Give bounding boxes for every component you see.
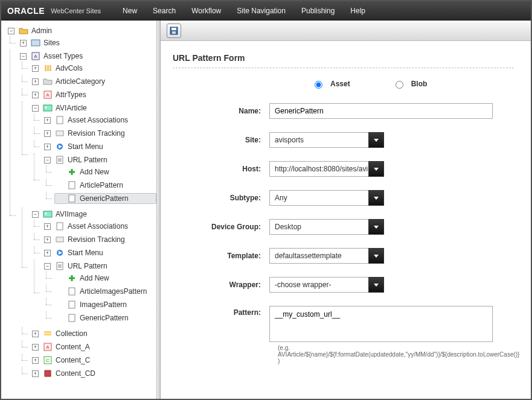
- expand-icon[interactable]: +: [32, 92, 39, 98]
- tree-content-cd[interactable]: +Content_CD: [30, 368, 156, 379]
- asset-types-icon: A: [31, 51, 40, 61]
- collection-icon: [43, 329, 53, 338]
- expand-icon[interactable]: +: [32, 357, 39, 364]
- tracking-icon: [55, 129, 65, 138]
- expand-icon[interactable]: +: [32, 344, 39, 351]
- tree-url-pattern[interactable]: −URL Pattern: [42, 154, 156, 165]
- tree-generic-pattern-selected[interactable]: GenericPattern: [54, 193, 156, 204]
- expand-icon[interactable]: +: [32, 331, 39, 337]
- radio-blob[interactable]: Blob: [393, 79, 428, 89]
- tree-sites[interactable]: + Sites: [18, 37, 156, 48]
- menu-publishing[interactable]: Publishing: [301, 7, 335, 15]
- tree-revision-tracking-2[interactable]: +Revision Tracking: [42, 234, 156, 245]
- template-select-button[interactable]: [368, 248, 384, 264]
- svg-text:C: C: [46, 358, 50, 363]
- expand-icon[interactable]: +: [44, 223, 51, 230]
- collapse-icon[interactable]: −: [8, 28, 14, 34]
- tree-asset-associations[interactable]: +Asset Associations: [42, 115, 156, 125]
- tree-revision-tracking[interactable]: +Revision Tracking: [42, 128, 156, 139]
- expand-icon[interactable]: +: [32, 65, 39, 72]
- radio-asset[interactable]: Asset: [312, 79, 350, 89]
- expand-icon[interactable]: +: [20, 40, 27, 46]
- type-radio-group: Asset Blob: [312, 79, 514, 89]
- radio-blob-input[interactable]: [396, 81, 403, 89]
- tree-generic-pattern-2[interactable]: GenericPattern: [54, 313, 156, 323]
- pattern-textarea[interactable]: [269, 306, 493, 342]
- template-select-value: defaultassettemplate: [269, 248, 368, 264]
- tree-content-a[interactable]: +AContent_A: [30, 341, 156, 352]
- svg-rect-35: [172, 31, 176, 34]
- tree-avi-image[interactable]: −AVIImage: [30, 209, 156, 220]
- brand-product: WebCenter Sites: [51, 7, 101, 14]
- label-wrapper: Wrapper:: [173, 281, 269, 289]
- host-select[interactable]: http://localhost:8080/sites/avi: [269, 161, 384, 177]
- label-template: Template:: [173, 252, 269, 260]
- expand-icon[interactable]: +: [44, 250, 51, 256]
- device-group-select[interactable]: Desktop: [269, 219, 384, 235]
- tree-images-pattern[interactable]: ImagesPattern: [54, 299, 156, 310]
- menu-workflow[interactable]: Workflow: [191, 7, 221, 15]
- menu-new[interactable]: New: [123, 7, 137, 15]
- svg-marker-37: [374, 168, 379, 171]
- plus-icon: [67, 273, 77, 283]
- tree-start-menu[interactable]: +Start Menu: [42, 141, 156, 152]
- site-select[interactable]: avisports: [269, 132, 384, 148]
- tree-article-images-pattern[interactable]: ArticleImagesPattern: [54, 286, 156, 297]
- image-icon: [43, 103, 53, 113]
- tree-admin[interactable]: − Admin: [6, 25, 156, 36]
- menu-search[interactable]: Search: [153, 7, 176, 15]
- subtype-select-button[interactable]: [368, 190, 384, 206]
- expand-icon[interactable]: +: [32, 78, 39, 85]
- name-input[interactable]: [269, 103, 493, 119]
- collapse-icon[interactable]: −: [32, 211, 39, 218]
- tree-collection[interactable]: +Collection: [30, 328, 156, 339]
- tree-asset-types[interactable]: − A Asset Types: [18, 51, 156, 62]
- subtype-select[interactable]: Any: [269, 190, 384, 206]
- tree-attr-types[interactable]: +AAttrTypes: [30, 89, 156, 100]
- tree-url-pattern-2[interactable]: −URL Pattern: [42, 261, 156, 271]
- tree-start-menu-2[interactable]: +Start Menu: [42, 247, 156, 258]
- tree-asset-associations-2[interactable]: +Asset Associations: [42, 221, 156, 232]
- svg-text:A: A: [46, 92, 50, 98]
- menu-site-navigation[interactable]: Site Navigation: [237, 7, 286, 15]
- device-group-select-button[interactable]: [368, 219, 384, 235]
- menu-help[interactable]: Help: [350, 7, 365, 15]
- tree-advcols[interactable]: +AdvCols: [30, 63, 156, 74]
- expand-icon[interactable]: +: [44, 237, 51, 243]
- svg-marker-36: [374, 139, 379, 142]
- chevron-down-icon: [371, 251, 381, 261]
- pattern-helper: (e.g. AVIArticle/${name}/${f:formatDate(…: [278, 344, 514, 364]
- tree-article-category[interactable]: +ArticleCategory: [30, 76, 156, 87]
- tree-add-new-2[interactable]: Add New: [54, 273, 156, 284]
- url-icon: [55, 155, 65, 165]
- pattern-icon: [67, 300, 77, 310]
- pattern-icon: [67, 194, 77, 203]
- svg-rect-15: [69, 182, 75, 189]
- svg-rect-0: [31, 40, 40, 46]
- collapse-icon[interactable]: −: [44, 157, 51, 163]
- radio-asset-input[interactable]: [315, 81, 322, 89]
- wrapper-select-button[interactable]: [368, 277, 384, 293]
- svg-marker-39: [374, 226, 379, 229]
- template-select[interactable]: defaultassettemplate: [269, 248, 384, 264]
- collapse-icon[interactable]: −: [32, 105, 39, 112]
- doc-icon: [55, 115, 65, 125]
- save-button[interactable]: [167, 24, 181, 38]
- expand-icon[interactable]: +: [44, 117, 51, 124]
- tree-content-c[interactable]: +CContent_C: [30, 355, 156, 366]
- wrapper-select[interactable]: -choose wrapper-: [269, 277, 384, 293]
- expand-icon[interactable]: +: [44, 144, 51, 150]
- expand-icon[interactable]: +: [44, 130, 51, 137]
- collapse-icon[interactable]: −: [44, 263, 51, 270]
- collapse-icon[interactable]: −: [20, 53, 27, 60]
- sidebar-tree[interactable]: − Admin + Sites: [1, 21, 157, 399]
- svg-rect-3: [45, 65, 46, 71]
- site-select-button[interactable]: [368, 132, 384, 148]
- tree-article-pattern[interactable]: ArticlePattern: [54, 180, 156, 191]
- tree-avi-article[interactable]: −AVIArticle: [30, 103, 156, 113]
- tree-add-new[interactable]: Add New: [54, 167, 156, 177]
- expand-icon[interactable]: +: [32, 370, 39, 377]
- save-icon: [169, 26, 179, 36]
- body: − Admin + Sites: [1, 21, 531, 399]
- host-select-button[interactable]: [368, 161, 384, 177]
